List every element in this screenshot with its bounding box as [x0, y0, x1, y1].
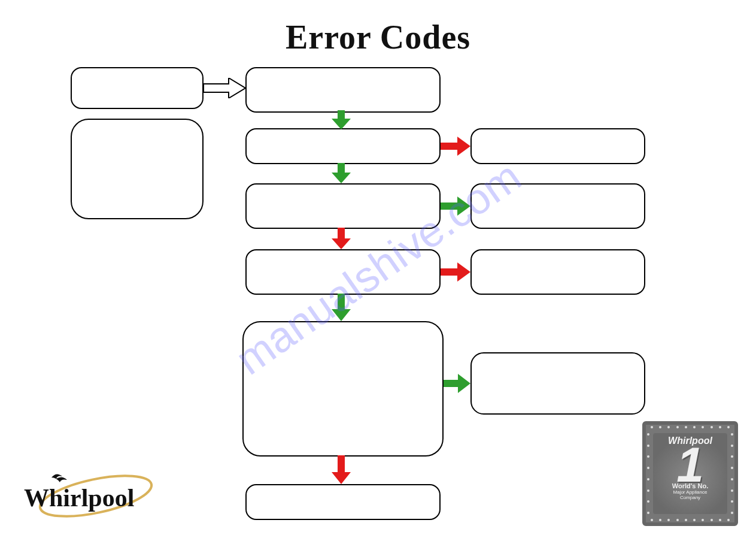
arrow-right-red-icon: [441, 137, 470, 156]
box-b6: [245, 249, 441, 295]
svg-marker-2: [332, 163, 351, 183]
svg-marker-4: [332, 294, 351, 321]
worlds-no1-badge: Whirlpool 1 World's No. Major Appliance …: [642, 421, 738, 526]
box-b4: [245, 128, 441, 164]
arrow-right-green-icon: [441, 197, 470, 216]
svg-marker-5: [332, 455, 351, 484]
svg-marker-1: [332, 110, 351, 129]
box-b8: [245, 484, 441, 520]
brand-text: Whirlpool: [24, 484, 134, 512]
svg-marker-0: [204, 78, 245, 98]
box-b12: [470, 352, 645, 415]
arrow-down-red-icon: [332, 455, 351, 484]
arrow-outline-right-icon: [204, 78, 245, 98]
box-b11: [470, 249, 645, 295]
box-b10: [470, 183, 645, 229]
badge-line2: Major Appliance: [653, 489, 727, 495]
box-b2: [71, 119, 204, 219]
page-title: Error Codes: [0, 18, 756, 56]
arrow-down-green-icon: [332, 163, 351, 183]
arrow-down-green-icon: [332, 110, 351, 129]
arrow-right-red-icon: [441, 262, 470, 282]
whirlpool-logo: Whirlpool: [18, 469, 156, 523]
arrow-down-red-icon: [332, 228, 351, 249]
svg-marker-6: [441, 137, 470, 156]
diagram-stage: Error Codes manualshive.com: [0, 0, 756, 535]
badge-line1: World's No.: [653, 482, 727, 489]
box-b9: [470, 128, 645, 164]
arrow-right-green-icon: [444, 374, 470, 393]
box-b5: [245, 183, 441, 229]
box-b3: [245, 67, 441, 113]
svg-marker-8: [441, 262, 470, 282]
box-b1: [71, 67, 204, 109]
svg-marker-7: [441, 197, 470, 216]
svg-marker-3: [332, 228, 351, 249]
badge-line3: Company: [653, 495, 727, 500]
arrow-down-green-icon: [332, 294, 351, 321]
badge-number: 1: [653, 444, 727, 486]
svg-marker-9: [444, 374, 470, 393]
box-b7: [242, 321, 444, 457]
